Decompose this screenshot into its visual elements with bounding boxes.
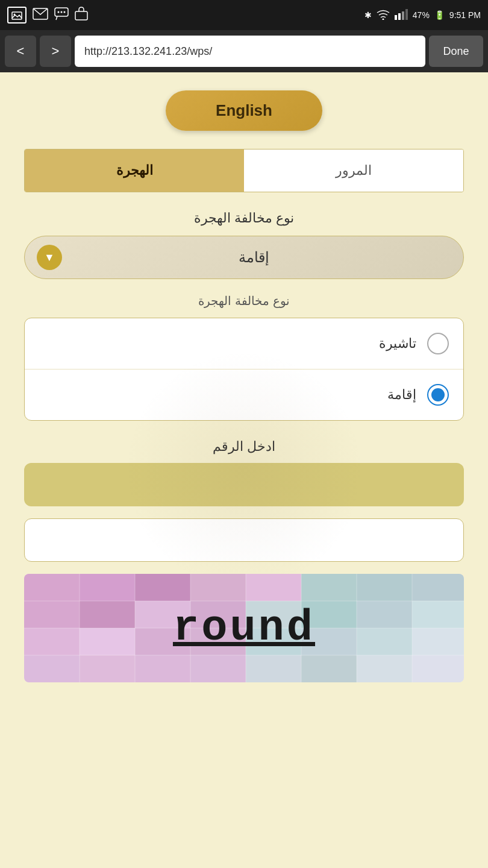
radio-label-visa: تاشيرة [379, 336, 416, 351]
svg-point-5 [61, 11, 63, 13]
svg-rect-44 [412, 655, 464, 682]
bluetooth-icon: ✱ [364, 10, 372, 20]
language-button[interactable]: English [166, 90, 322, 131]
svg-rect-19 [357, 574, 412, 601]
svg-rect-35 [357, 628, 412, 655]
svg-rect-10 [398, 13, 401, 20]
time-display: 9:51 PM [449, 10, 481, 20]
svg-rect-40 [190, 655, 246, 682]
svg-rect-42 [301, 655, 357, 682]
status-bar-left-icons [7, 7, 88, 24]
svg-point-6 [64, 11, 66, 13]
browser-bar: < > Done [0, 30, 488, 72]
svg-rect-30 [80, 628, 135, 655]
svg-rect-20 [412, 574, 464, 601]
svg-rect-15 [135, 574, 190, 601]
svg-rect-21 [24, 601, 80, 628]
tab-container: الهجرة المرور [24, 149, 464, 192]
violation-dropdown[interactable]: إقامة ▼ [24, 236, 464, 279]
battery-icon: 🔋 [434, 10, 445, 20]
back-button[interactable]: < [5, 36, 36, 67]
violation-type-sublabel: نوع مخالفة الهجرة [24, 294, 464, 308]
done-button[interactable]: Done [429, 36, 483, 67]
svg-rect-7 [75, 11, 87, 20]
svg-rect-17 [246, 574, 301, 601]
radio-circle-residence [427, 384, 449, 406]
page-content: English الهجرة المرور نوع مخالفة الهجرة … [0, 72, 488, 868]
svg-rect-9 [395, 15, 397, 20]
bbm-icon [54, 7, 69, 23]
status-bar-right-info: ✱ 47% 🔋 9:51 PM [364, 9, 481, 22]
url-input[interactable] [75, 36, 425, 67]
svg-rect-38 [80, 655, 135, 682]
svg-rect-29 [24, 628, 80, 655]
svg-rect-28 [412, 601, 464, 628]
violation-type-heading: نوع مخالفة الهجرة [24, 210, 464, 226]
svg-rect-13 [24, 574, 80, 601]
svg-rect-36 [412, 628, 464, 655]
radio-circle-visa [427, 333, 449, 354]
dropdown-arrow-icon: ▼ [37, 245, 62, 270]
radio-label-residence: إقامة [387, 387, 416, 403]
battery-percentage: 47% [413, 10, 430, 20]
bag-icon [75, 7, 88, 24]
svg-rect-12 [405, 9, 408, 20]
wifi-icon [377, 9, 390, 22]
svg-rect-14 [80, 574, 135, 601]
email-icon [33, 8, 48, 22]
signal-icon [395, 9, 408, 22]
tab-traffic[interactable]: المرور [244, 149, 463, 192]
dropdown-selected-text: إقامة [62, 249, 451, 266]
svg-rect-16 [190, 574, 246, 601]
svg-rect-22 [80, 601, 135, 628]
tab-immigration[interactable]: الهجرة [25, 149, 244, 192]
svg-rect-39 [135, 655, 190, 682]
svg-point-8 [382, 18, 384, 20]
svg-rect-37 [24, 655, 80, 682]
captcha-container: round [24, 574, 464, 682]
watermark [124, 350, 364, 591]
svg-rect-41 [246, 655, 301, 682]
svg-rect-43 [357, 655, 412, 682]
svg-rect-11 [402, 11, 404, 20]
svg-rect-18 [301, 574, 357, 601]
svg-point-4 [58, 11, 60, 13]
svg-rect-27 [357, 601, 412, 628]
status-bar: ✱ 47% 🔋 9:51 PM [0, 0, 488, 30]
captcha-text: round [173, 603, 315, 653]
forward-button[interactable]: > [40, 36, 71, 67]
dropdown-container: إقامة ▼ [24, 236, 464, 279]
gallery-icon [7, 7, 27, 24]
